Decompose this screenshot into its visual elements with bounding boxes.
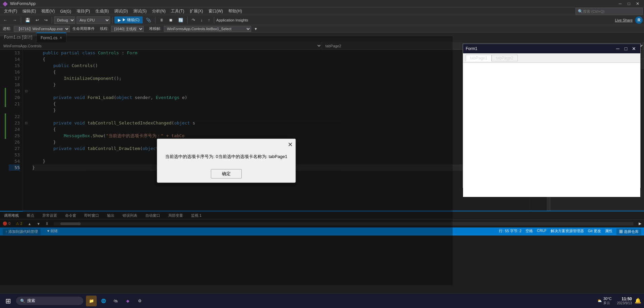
form1-window-title: Form1 xyxy=(466,46,477,51)
user-avatar[interactable]: R xyxy=(635,16,643,24)
toolbar-back[interactable]: ← xyxy=(1,17,9,23)
menu-git[interactable]: Git(G) xyxy=(57,8,74,14)
toolbar-step-over[interactable]: ↷ xyxy=(190,17,197,23)
clock-date: 2023/9/13 xyxy=(617,301,632,305)
stack-dropdown[interactable]: WinFormsApp.Controls.listBox1_Select xyxy=(164,26,251,32)
dialog-ok-button[interactable]: 确定 xyxy=(211,169,242,178)
toolbar-restart[interactable]: 🔄 xyxy=(176,17,185,23)
windows-icon: ⊞ xyxy=(5,297,11,305)
run-icon: ▶ xyxy=(118,18,121,22)
dialog-message: 当前选中的选项卡序号为: 0当前选中的选项卡名称为: tabPage1 xyxy=(165,154,287,159)
toolbar-sep-2 xyxy=(52,17,52,23)
weather-temp: 30°C xyxy=(603,297,612,301)
menu-file[interactable]: 文件(F) xyxy=(1,8,20,15)
menu-extensions[interactable]: 扩展(X) xyxy=(187,8,206,15)
weather-desc: 多云 xyxy=(603,301,612,305)
taskbar-other[interactable]: ⚙ xyxy=(134,296,145,306)
toolbar-redo[interactable]: ↪ xyxy=(42,17,50,23)
form1-tab-page2[interactable]: tabPage2 xyxy=(492,55,517,61)
menu-tools[interactable]: 工具(T) xyxy=(168,8,187,15)
title-bar: ◆ WinFormsApp ─ □ ✕ xyxy=(0,0,644,7)
right-arrow[interactable]: ▶ xyxy=(639,221,641,226)
toolbar-step-into[interactable]: ↓ xyxy=(198,17,204,23)
debug-config-dropdown[interactable]: Debug xyxy=(54,16,75,24)
main-toolbar: ← → 💾 ↩ ↪ Debug Any CPU ▶ ▶ 继续(C) 📎 ⏸ ⏹ … xyxy=(0,15,644,25)
cpu-config-dropdown[interactable]: Any CPU xyxy=(77,16,110,24)
form1-close-button[interactable]: ✕ xyxy=(630,45,638,52)
solution-explorer-status[interactable]: 解决方案资源管理器 xyxy=(551,228,584,235)
search-input[interactable] xyxy=(583,9,630,13)
taskbar-weather: ⛅ 30°C 多云 xyxy=(597,297,612,305)
run-button[interactable]: ▶ ▶ 继续(C) xyxy=(114,16,143,23)
taskbar-edge[interactable]: 🌐 xyxy=(98,296,109,306)
taskbar-vs[interactable]: ◆ xyxy=(122,296,133,306)
dialog-footer: 确定 xyxy=(157,165,295,183)
menu-project[interactable]: 项目(P) xyxy=(74,8,93,15)
taskbar-search-placeholder: 搜索 xyxy=(27,298,35,304)
taskbar-pinned-apps: 📁 🌐 🛍 ◆ ⚙ xyxy=(86,296,145,306)
toolbar-undo[interactable]: ↩ xyxy=(34,17,41,23)
close-button[interactable]: ✕ xyxy=(634,0,641,7)
taskbar-clock: 11:50 2023/9/13 xyxy=(617,297,632,305)
menu-test[interactable]: 测试(S) xyxy=(131,8,149,15)
menu-view[interactable]: 视图(V) xyxy=(39,8,57,15)
form1-tabs: tabPage1 tabPage2 xyxy=(463,53,640,63)
toolbar-forward[interactable]: → xyxy=(11,17,19,23)
toolbar-save[interactable]: 💾 xyxy=(23,17,32,23)
live-share-label[interactable]: Live Share xyxy=(615,18,633,22)
menu-help[interactable]: 帮助(H) xyxy=(226,8,245,15)
form1-tab-page1[interactable]: tabPage1 xyxy=(466,55,492,61)
taskbar-start-button[interactable]: ⊞ xyxy=(3,296,13,306)
toolbar-sep-6 xyxy=(214,17,214,23)
form1-window: Form1 ─ □ ✕ tabPage1 tabPage2 xyxy=(463,44,641,188)
taskbar-file-explorer[interactable]: 📁 xyxy=(86,296,97,306)
form1-maximize-button[interactable]: □ xyxy=(622,45,630,52)
progress-bar: 进程: 【6716】WinFormsApp.exe 生命周期事件 线程: [16… xyxy=(0,25,644,32)
search-bar[interactable]: 🔍 xyxy=(576,8,643,15)
process-dropdown[interactable]: 【6716】WinFormsApp.exe xyxy=(14,26,70,32)
title-bar-title: WinFormsApp xyxy=(10,1,36,6)
whitespace-status[interactable]: 空格 xyxy=(525,228,533,235)
process-label: 进程: xyxy=(3,26,11,31)
form1-minimize-button[interactable]: ─ xyxy=(614,45,622,52)
taskbar-store[interactable]: 🛍 xyxy=(110,296,121,306)
weather-icon: ⛅ xyxy=(597,299,602,303)
taskbar-right: ⛅ 30°C 多云 11:50 2023/9/13 🔔 xyxy=(595,297,641,305)
line-ending-status[interactable]: CRLF xyxy=(537,228,547,235)
properties-status[interactable]: 属性 xyxy=(605,228,612,235)
toolbar-sep-3 xyxy=(112,17,112,23)
menu-edit[interactable]: 编辑(E) xyxy=(20,8,39,15)
toolbar-pause[interactable]: ⏸ xyxy=(157,17,166,23)
status-bar-right: 行: 55 字节: 2 空格 CRLF 解决方案资源管理器 Git 更改 属性 … xyxy=(499,228,641,235)
dialog-overlay: ✕ 当前选中的选项卡序号为: 0当前选中的选项卡名称为: tabPage1 确定 xyxy=(0,36,453,285)
run-label: ▶ 继续(C) xyxy=(122,17,139,22)
taskbar: ⊞ 🔍 搜索 📁 🌐 🛍 ◆ ⚙ ⛅ 30°C 多云 11:50 2023/9/… xyxy=(0,293,644,308)
menu-analyze[interactable]: 分析(N) xyxy=(149,8,169,15)
dialog-content: 当前选中的选项卡序号为: 0当前选中的选项卡名称为: tabPage1 xyxy=(157,148,295,165)
toolbar-attach[interactable]: 📎 xyxy=(144,17,153,23)
menu-bar: 文件(F) 编辑(E) 视图(V) Git(G) 项目(P) 生成(B) 调试(… xyxy=(0,7,644,15)
toolbar-stop[interactable]: ⏹ xyxy=(167,17,175,23)
line-col-status[interactable]: 行: 55 字节: 2 xyxy=(499,228,521,235)
form1-window-controls: ─ □ ✕ xyxy=(614,45,638,52)
toolbar-sep-1 xyxy=(21,17,21,23)
stack-btn[interactable]: ▼ xyxy=(254,27,258,31)
taskbar-notifications[interactable]: 🔔 xyxy=(635,298,641,304)
toolbar-sep-4 xyxy=(155,17,155,23)
git-changes-status[interactable]: Git 更改 xyxy=(588,228,601,235)
taskbar-search-bar[interactable]: 🔍 搜索 xyxy=(16,297,83,305)
message-dialog: ✕ 当前选中的选项卡序号为: 0当前选中的选项卡名称为: tabPage1 确定 xyxy=(157,139,295,183)
stack-label: 堆栈帧: xyxy=(149,26,161,31)
minimize-button[interactable]: ─ xyxy=(616,0,624,7)
maximize-button[interactable]: □ xyxy=(625,0,633,7)
menu-build[interactable]: 生成(B) xyxy=(93,8,111,15)
app-insights-label[interactable]: Application Insights xyxy=(216,18,248,22)
toolbar-sep-5 xyxy=(187,17,188,23)
menu-window[interactable]: 窗口(W) xyxy=(206,8,226,15)
thread-dropdown[interactable]: [1640] 主线程 xyxy=(111,26,144,32)
dialog-close-button[interactable]: ✕ xyxy=(288,141,293,148)
menu-debug[interactable]: 调试(D) xyxy=(111,8,131,15)
toolbar-step-out[interactable]: ↑ xyxy=(206,17,212,23)
selection-repo[interactable]: ☰ 选择仓库 xyxy=(616,228,641,235)
lifecycle-label: 生命周期事件 xyxy=(73,26,95,31)
